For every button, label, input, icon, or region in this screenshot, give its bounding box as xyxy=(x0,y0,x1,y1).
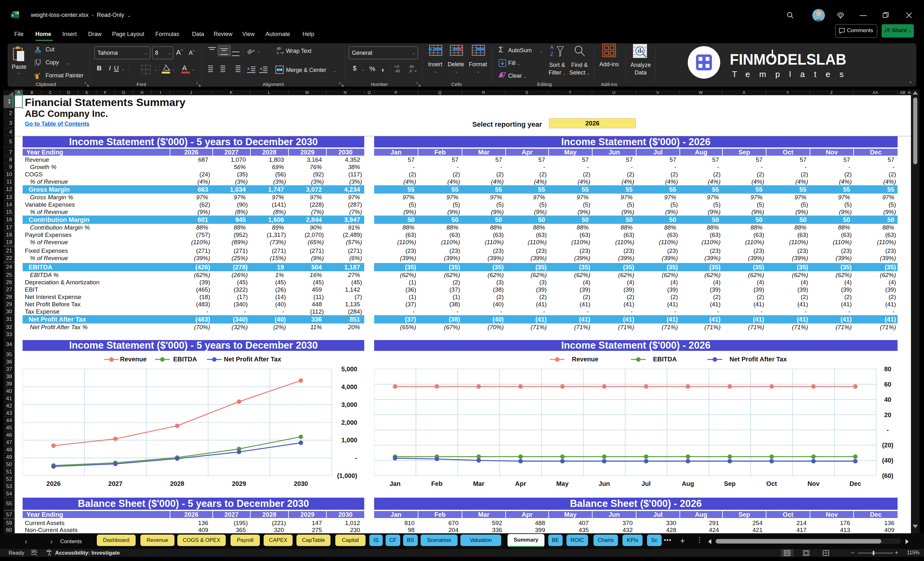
svg-text:Dec: Dec xyxy=(849,480,861,487)
svg-text:Mar: Mar xyxy=(473,480,484,487)
svg-text:Jun: Jun xyxy=(598,480,610,487)
svg-text:(20): (20) xyxy=(882,442,893,448)
svg-text:EBITDA: EBITDA xyxy=(173,356,197,363)
svg-text:EBITDA: EBITDA xyxy=(653,356,676,363)
svg-text:40: 40 xyxy=(884,396,891,403)
svg-text:Jul: Jul xyxy=(642,480,651,487)
svg-text:c: c xyxy=(277,51,279,55)
svg-text:80: 80 xyxy=(884,366,891,372)
svg-text:Apr: Apr xyxy=(515,480,526,487)
svg-text:Revenue: Revenue xyxy=(120,356,147,363)
svg-text:2027: 2027 xyxy=(108,480,123,487)
svg-text:3,000: 3,000 xyxy=(341,401,357,408)
svg-text:Revenue: Revenue xyxy=(572,356,598,363)
svg-text:.0: .0 xyxy=(409,69,412,73)
svg-text:.00: .00 xyxy=(395,69,400,73)
svg-text:5,000: 5,000 xyxy=(341,366,357,372)
svg-text:2029: 2029 xyxy=(232,480,246,487)
svg-text:(1,000): (1,000) xyxy=(337,472,357,479)
svg-text:Sep: Sep xyxy=(724,480,736,487)
svg-text:60: 60 xyxy=(884,381,891,388)
svg-text:.00: .00 xyxy=(409,64,414,69)
svg-text:A: A xyxy=(550,45,554,50)
svg-text:x: x xyxy=(12,13,14,18)
svg-text:20: 20 xyxy=(884,411,891,418)
svg-text:(60): (60) xyxy=(882,472,893,479)
svg-text:2,000: 2,000 xyxy=(341,419,357,426)
svg-text:1,000: 1,000 xyxy=(341,436,357,444)
svg-text:-: - xyxy=(887,426,889,434)
svg-text:Nov: Nov xyxy=(807,480,820,487)
svg-text:4,000: 4,000 xyxy=(341,383,357,390)
svg-text:-: - xyxy=(355,454,357,461)
svg-text:2030: 2030 xyxy=(294,480,308,487)
svg-text:ab: ab xyxy=(277,46,281,51)
svg-text:Net Profit After Tax: Net Profit After Tax xyxy=(729,356,787,363)
svg-text:Z: Z xyxy=(550,52,554,57)
svg-text:(40): (40) xyxy=(882,457,893,464)
svg-text:2028: 2028 xyxy=(170,480,184,487)
svg-text:Feb: Feb xyxy=(431,480,442,487)
svg-text:2026: 2026 xyxy=(46,480,61,487)
svg-text:Jan: Jan xyxy=(389,480,400,487)
svg-text:May: May xyxy=(556,480,569,487)
svg-text:Net Profit After Tax: Net Profit After Tax xyxy=(224,356,281,363)
svg-text:Oct: Oct xyxy=(766,480,777,487)
svg-text:Aug: Aug xyxy=(682,480,694,487)
